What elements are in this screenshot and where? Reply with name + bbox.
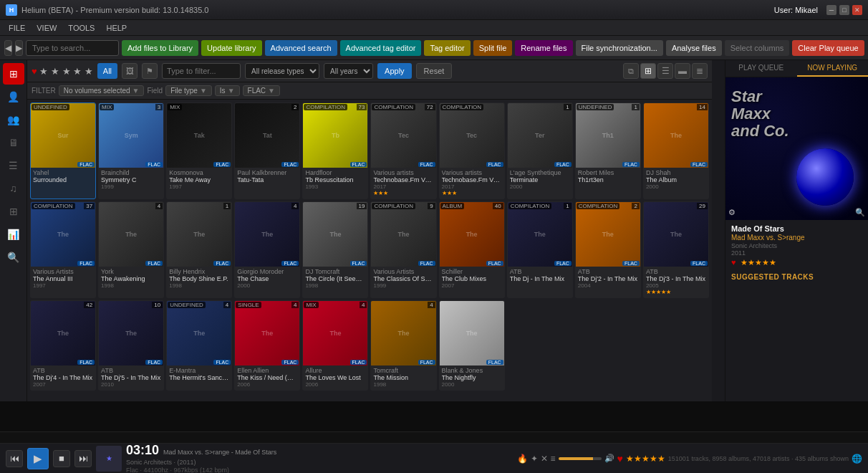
album-item[interactable]: Tec COMPILATION 72 FLAC Various artists … — [370, 102, 436, 199]
select-columns-button[interactable]: Select columns — [725, 40, 790, 56]
sidebar-icon-profile[interactable]: 👥 — [3, 109, 24, 130]
album-item[interactable]: The 4 FLAC Tomcraft The Mission 1998 — [370, 300, 436, 391]
file-sync-button[interactable]: File synchronization... — [576, 40, 663, 56]
year-select[interactable]: All years — [324, 63, 373, 79]
menu-tools[interactable]: TOOLS — [62, 22, 100, 34]
album-title: The Awakening — [101, 275, 161, 282]
album-item[interactable]: The COMPILATION 9 FLAC Various Artists T… — [370, 201, 436, 298]
star-filter[interactable]: ♥ ★ ★ ★ ★ ★ — [32, 66, 93, 77]
album-item[interactable]: The 4 FLAC Giorgio Moroder The Chase 200… — [234, 201, 300, 298]
settings-art-button[interactable]: ⚙ — [728, 208, 736, 217]
prev-button[interactable]: ⏮ — [6, 450, 23, 467]
flame-icon[interactable]: 🔥 — [517, 454, 528, 464]
album-item[interactable]: The FLAC Blank & Jones The Nightfly 2000 — [439, 300, 505, 391]
close-button[interactable]: ✕ — [852, 5, 862, 15]
sidebar-icon-grid[interactable]: ⊞ — [3, 201, 24, 222]
menu-help[interactable]: HELP — [100, 22, 132, 34]
add-files-button[interactable]: Add files to Library — [122, 40, 198, 56]
tab-play-queue[interactable]: PLAY QUEUE — [725, 60, 797, 77]
search-input[interactable] — [26, 40, 119, 56]
album-item[interactable]: The 29 FLAC ATB The Dj'3 - In The Mix 20… — [643, 201, 709, 298]
album-item[interactable]: The COMPILATION 1 FLAC ATB The Dj - In T… — [507, 201, 573, 298]
sidebar-icon-list[interactable]: ☰ — [3, 155, 24, 176]
mute-icon[interactable]: ✕ — [541, 454, 548, 464]
album-item[interactable]: The COMPILATION 37 FLAC Various Artists … — [30, 201, 96, 298]
zoom-art-button[interactable]: 🔍 — [855, 208, 865, 217]
reset-button[interactable]: Reset — [416, 63, 453, 79]
flag-filter-icon[interactable]: ⚑ — [142, 63, 158, 79]
album-cover: Sur UNDEFINED FLAC — [31, 103, 95, 168]
album-item[interactable]: The 19 FLAC DJ Tomcraft The Circle (It S… — [302, 201, 368, 298]
sidebar-icon-library[interactable]: ⊞ — [3, 63, 24, 85]
album-item[interactable]: The 42 FLAC ATB The Dj'4 - In The Mix 20… — [30, 300, 96, 391]
album-item[interactable]: Ter 1 FLAC L'age Synthetique Terminate 2… — [507, 102, 573, 199]
album-cover: Ter 1 FLAC — [508, 103, 572, 168]
album-item[interactable]: Tat 2 FLAC Paul Kalkbrenner Tatu-Tata — [234, 102, 300, 199]
album-item[interactable]: Tb COMPILATION 73 FLAC Hardfloor Tb Resu… — [302, 102, 368, 199]
album-item[interactable]: The UNDEFINED 4 FLAC E-Mantra The Hermit… — [166, 300, 232, 391]
apply-button[interactable]: Apply — [377, 63, 412, 79]
heart-icon[interactable]: ♥ — [731, 258, 736, 267]
tag-editor-button[interactable]: Tag editor — [424, 40, 470, 56]
sidebar-icon-search[interactable]: 🔍 — [3, 247, 24, 268]
favorite-button[interactable]: ♥ — [617, 453, 623, 464]
play-button[interactable]: ▶ — [27, 448, 49, 469]
layers-icon[interactable]: ⧉ — [623, 63, 639, 79]
all-filter-button[interactable]: All — [97, 63, 117, 79]
album-item[interactable]: Sym MIX 3 FLAC Brainchild Symmetry C 199… — [98, 102, 164, 199]
advanced-search-button[interactable]: Advanced search — [265, 40, 337, 56]
advanced-tag-editor-button[interactable]: Advanced tag editor — [340, 40, 422, 56]
album-art: The — [99, 301, 163, 366]
remove-field-filter[interactable]: ▼ — [200, 87, 207, 95]
album-item[interactable]: Tak MIX FLAC Kosmonova Take Me Away 1997 — [166, 102, 232, 199]
list-view-button[interactable]: ☰ — [657, 63, 673, 79]
album-item[interactable]: The 10 FLAC ATB The Dj'5 - In The Mix 20… — [98, 300, 164, 391]
menu-file[interactable]: FILE — [3, 22, 31, 34]
rename-files-button[interactable]: Rename files — [515, 40, 572, 56]
detail-view-button[interactable]: ≣ — [692, 63, 708, 79]
tab-now-playing[interactable]: NOW PLAYING — [797, 60, 869, 77]
sidebar-icon-music[interactable]: ♫ — [3, 178, 24, 199]
forward-button[interactable]: ▶ — [15, 40, 23, 56]
sidebar-icon-screen[interactable]: 🖥 — [3, 132, 24, 153]
album-item[interactable]: The MIX 4 FLAC Allure The Loves We Lost … — [302, 300, 368, 391]
remove-value-filter[interactable]: ▼ — [268, 87, 275, 95]
menu-view[interactable]: VIEW — [31, 22, 62, 34]
back-button[interactable]: ◀ — [4, 40, 12, 56]
split-view-button[interactable]: ▬ — [675, 63, 690, 79]
album-grid-container[interactable]: Sur UNDEFINED FLAC Yahel Surrounded Sym … — [27, 100, 712, 401]
album-item[interactable]: Tec COMPILATION FLAC Various artists Tec… — [439, 102, 505, 199]
album-item[interactable]: The ALBUM 40 FLAC Schiller The Club Mixe… — [439, 201, 505, 298]
type-filter-input[interactable] — [162, 63, 241, 79]
album-item[interactable]: The COMPILATION 2 FLAC ATB The Dj'2 - In… — [575, 201, 641, 298]
volume-slider[interactable] — [559, 457, 602, 460]
equalizer-icon[interactable]: ≡ — [551, 454, 556, 464]
volume-icon[interactable]: 🔊 — [604, 454, 614, 463]
analyse-files-button[interactable]: Analyse files — [666, 40, 722, 56]
grid-view-button[interactable]: ⊞ — [640, 63, 656, 79]
album-item[interactable]: The 4 FLAC York The Awakening 1998 — [98, 201, 164, 298]
image-filter-icon[interactable]: 🖼 — [122, 63, 138, 79]
remove-operator-filter[interactable]: ▼ — [228, 87, 235, 95]
clear-play-queue-button[interactable]: Clear Play queue — [792, 40, 864, 56]
album-item[interactable]: The 1 FLAC Billy Hendrix The Body Shine … — [166, 201, 232, 298]
globe-icon[interactable]: 🌐 — [852, 454, 862, 464]
split-file-button[interactable]: Split file — [473, 40, 513, 56]
album-item[interactable]: Th1 UNDEFINED 1 FLAC Robert Miles Th1rt3… — [575, 102, 641, 199]
album-format-badge: FLAC — [554, 162, 572, 167]
waveform[interactable] — [0, 401, 868, 431]
album-title: Technobase.Fm Volu... — [373, 176, 433, 183]
update-library-button[interactable]: Update library — [201, 40, 261, 56]
next-button[interactable]: ⏭ — [74, 450, 92, 467]
sidebar-icon-stats[interactable]: 📊 — [3, 224, 24, 245]
minimize-button[interactable]: ─ — [826, 5, 836, 15]
album-item[interactable]: The 14 FLAC DJ Shah The Album 2000 — [643, 102, 709, 199]
maximize-button[interactable]: □ — [839, 5, 849, 15]
stop-button[interactable]: ■ — [53, 450, 70, 467]
album-item[interactable]: The SINGLE 4 FLAC Ellen Allien The Kiss … — [234, 300, 300, 391]
release-type-select[interactable]: All release types — [245, 63, 319, 79]
sidebar-icon-users[interactable]: 👤 — [3, 86, 24, 108]
album-item[interactable]: Sur UNDEFINED FLAC Yahel Surrounded — [30, 102, 96, 199]
remove-volume-filter[interactable]: ▼ — [132, 87, 140, 95]
sparkle-icon[interactable]: ✦ — [531, 454, 538, 464]
